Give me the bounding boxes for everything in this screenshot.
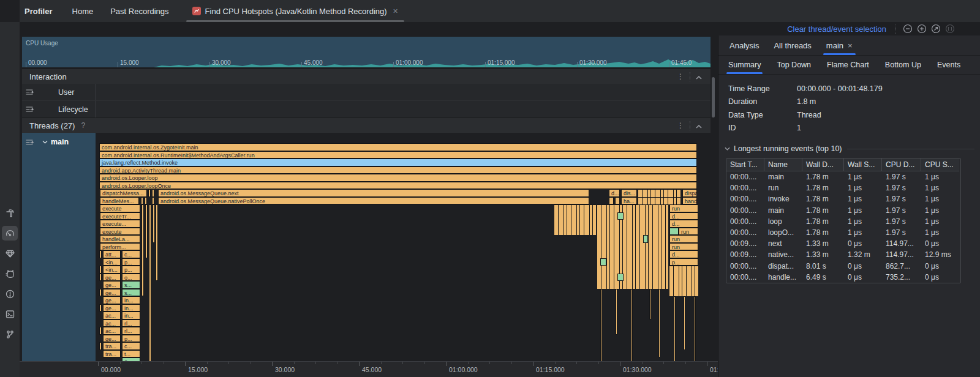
call-bar-cluster[interactable] (638, 189, 681, 197)
version-control-icon[interactable] (2, 327, 18, 342)
call-bar[interactable]: ac... (103, 312, 121, 319)
subtab-bottom-up[interactable]: Bottom Up (885, 56, 921, 74)
call-bar[interactable]: tra... (103, 342, 121, 350)
call-bar[interactable]: execute... (100, 220, 140, 228)
nav-home[interactable]: Home (72, 7, 94, 16)
call-bar[interactable] (600, 289, 602, 362)
subtab-summary[interactable]: Summary (728, 56, 761, 74)
column-header[interactable]: Start T... (726, 159, 764, 171)
column-header[interactable]: CPU S... (921, 159, 959, 171)
call-bar[interactable] (600, 258, 606, 266)
chevron-down-icon[interactable] (42, 140, 48, 144)
table-row[interactable]: 00:00....run1.78 m1 μs1.97 s1 μs (726, 182, 960, 193)
table-row[interactable]: 00:00....loop1.78 m1 μs1.97 s1 μs (726, 216, 960, 227)
call-bar[interactable] (99, 342, 102, 350)
call-bar[interactable]: android.os.MessageQueue.nativePollOnce (158, 197, 589, 205)
thread-name[interactable]: main (51, 138, 69, 146)
tab-main[interactable]: main× (822, 35, 857, 55)
call-bar[interactable] (99, 266, 102, 274)
call-bar[interactable]: tra... (103, 350, 121, 358)
column-header[interactable]: Name (764, 159, 802, 171)
call-bar[interactable]: <in... (103, 258, 121, 266)
call-bar[interactable]: att... (103, 250, 121, 258)
call-bar-cluster[interactable] (554, 204, 596, 235)
call-bar[interactable] (152, 197, 154, 205)
call-bar[interactable] (99, 289, 102, 297)
call-bar[interactable] (669, 228, 679, 236)
call-bar[interactable]: ge... (103, 335, 121, 343)
close-tab-icon[interactable]: × (393, 6, 398, 16)
call-bar[interactable]: ge... (103, 281, 121, 289)
call-bar[interactable]: p... (669, 258, 698, 266)
call-bar[interactable]: dis... (621, 189, 637, 197)
table-row[interactable]: 00:00....handle...6.49 s0 μs735.2...0 μs (726, 272, 960, 283)
call-bar[interactable]: ge... (103, 289, 121, 297)
close-analysis-tab-icon[interactable]: × (848, 41, 853, 50)
threads-section-header[interactable]: Threads (27) ? ⋮ (22, 118, 710, 133)
call-bar[interactable]: in... (122, 296, 140, 304)
app-quality-insights-icon[interactable] (2, 246, 18, 261)
call-bar[interactable]: d... (609, 189, 620, 197)
call-bar[interactable]: p... (122, 335, 140, 343)
call-bar[interactable] (674, 296, 676, 361)
call-bar[interactable]: c... (122, 342, 140, 350)
call-bar[interactable]: com.android.internal.os.RuntimeInit$Meth… (99, 151, 697, 159)
threads-menu-icon[interactable]: ⋮ (677, 122, 684, 129)
collapse-threads-icon[interactable] (696, 121, 702, 130)
call-bar[interactable] (99, 327, 102, 335)
call-bar[interactable] (609, 197, 614, 205)
call-bar[interactable]: com.android.internal.os.ZygoteInit.main (99, 143, 697, 151)
zoom-in-icon[interactable] (917, 24, 927, 34)
build-icon[interactable] (2, 206, 18, 220)
call-bar[interactable]: handle... (682, 197, 697, 205)
vertical-scrollbar[interactable] (712, 77, 715, 118)
call-bar[interactable] (141, 197, 143, 205)
call-bar[interactable]: run (669, 243, 698, 251)
call-bar[interactable]: ac... (103, 319, 121, 327)
call-bar[interactable] (99, 274, 102, 282)
call-bar[interactable]: android.os.Looper.loop (99, 174, 697, 182)
call-bar[interactable]: s... (122, 289, 140, 297)
tab-all-threads[interactable]: All threads (769, 35, 815, 55)
subtab-events[interactable]: Events (937, 56, 960, 74)
column-header[interactable]: CPU D... (882, 159, 921, 171)
call-bar[interactable]: d... (669, 220, 698, 228)
call-bar[interactable]: <in... (103, 266, 121, 274)
table-row[interactable]: 00:09....next1.33 m0 μs114.97...0 μs (726, 238, 960, 249)
logcat-icon[interactable] (2, 266, 18, 281)
call-bar[interactable]: execute (100, 204, 140, 212)
call-bar[interactable]: p... (122, 258, 140, 266)
call-bar[interactable]: android.os.Looper.loopOnce (99, 182, 697, 190)
call-bar[interactable] (631, 289, 633, 362)
profiler-icon[interactable] (2, 226, 18, 241)
call-bar[interactable]: android.os.MessageQueue.next (158, 189, 589, 197)
thread-label-column[interactable]: main (22, 133, 96, 361)
table-row[interactable]: 00:00....dispat...8.01 s0 μs862.7...0 μs (726, 261, 960, 272)
call-bar[interactable] (616, 289, 617, 335)
call-bar[interactable]: ha... (621, 197, 637, 205)
call-bar[interactable] (148, 189, 151, 197)
zoom-out-icon[interactable] (903, 24, 913, 34)
nav-past-recordings[interactable]: Past Recordings (110, 7, 168, 16)
call-bar[interactable]: run (669, 235, 698, 243)
call-bar[interactable]: java.lang.reflect.Method.invoke (99, 159, 697, 166)
call-bar[interactable]: d... (669, 250, 698, 258)
table-row[interactable]: 00:00....main1.78 m1 μs1.97 s1 μs (726, 171, 960, 182)
call-bar[interactable]: handleMes... (100, 197, 139, 205)
call-bar[interactable]: o... (122, 274, 140, 282)
call-bar-cluster[interactable] (597, 204, 668, 289)
call-bar[interactable]: in... (122, 304, 140, 312)
call-bar[interactable] (99, 304, 102, 312)
interaction-menu-icon[interactable]: ⋮ (677, 73, 684, 80)
call-bar[interactable] (153, 204, 155, 243)
subtab-flame-chart[interactable]: Flame Chart (827, 56, 869, 74)
call-bar[interactable] (615, 197, 620, 205)
call-bar[interactable]: ge... (103, 304, 121, 312)
collapse-events-icon[interactable] (725, 147, 730, 151)
table-row[interactable]: 00:09....native...1.33 m1.32 m114.97...1… (726, 249, 960, 260)
call-bar[interactable] (649, 289, 651, 319)
call-bar[interactable]: ge... (103, 296, 121, 304)
call-bar-cluster[interactable] (669, 266, 698, 296)
call-bar[interactable]: perform... (100, 243, 140, 251)
call-bar[interactable] (145, 204, 148, 258)
